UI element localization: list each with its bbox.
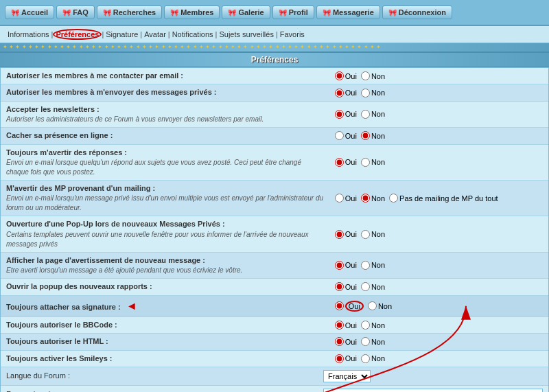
pref-smileys-option-non[interactable]: Non	[361, 354, 385, 363]
nav-item-nav-membres[interactable]: Membres	[164, 5, 220, 19]
pref-html-label: Toujours autoriser le HTML :	[1, 334, 329, 350]
pref-row-pref-signature: Toujours attacher sa signature : ◄OuiNon	[1, 295, 548, 316]
subnav-item-prfrences[interactable]: Préférences	[53, 29, 102, 40]
pref-row-pref-presence: Cacher sa présence en ligne :OuiNon	[1, 128, 548, 144]
fuseau-row: Fuseau horaire : 23:34 (UTC +01:00) Brus…	[1, 386, 548, 392]
nav-item-nav-faq[interactable]: FAQ	[56, 5, 95, 19]
pref-mailing-option-pas-de-mailing-de-mp-du-tout[interactable]: Pas de mailing de MP du tout	[389, 194, 498, 203]
pref-signature-option-non[interactable]: Non	[368, 301, 392, 310]
pref-html-option-non[interactable]: Non	[361, 337, 385, 346]
pref-presence-option-label-non: Non	[371, 132, 385, 140]
pref-row-pref-popup-rapports: Ouvrir la popup des nouveaux rapports :O…	[1, 279, 548, 295]
nav-item-nav-messagerie[interactable]: Messagerie	[316, 5, 380, 19]
fuseau-label: Fuseau horaire :	[1, 386, 318, 392]
pref-avertissement-controls[interactable]: OuiNon	[329, 252, 548, 278]
pref-smileys-option-label-oui: Oui	[345, 354, 357, 362]
pref-mp-option-non[interactable]: Non	[361, 89, 385, 97]
pref-row-pref-mp: Autoriser les membres à m'envoyer des me…	[1, 84, 548, 101]
pref-popup-mp-option-oui[interactable]: Oui	[335, 230, 357, 239]
pref-popup-mp-option-non[interactable]: Non	[361, 230, 385, 239]
pref-signature-label: Toujours attacher sa signature : ◄	[1, 295, 329, 316]
fuseau-controls[interactable]: 23:34 (UTC +01:00) Brussels, Oslo, Paris…	[318, 386, 548, 392]
pref-smileys-option-oui[interactable]: Oui	[335, 354, 357, 363]
pref-avertir-reponses-option-oui[interactable]: Oui	[335, 158, 357, 167]
pref-newsletter-controls[interactable]: OuiNon	[329, 101, 548, 127]
pref-mailing-option-oui[interactable]: Oui	[335, 194, 357, 203]
pref-avertir-reponses-option-label-oui: Oui	[345, 158, 357, 166]
pref-popup-rapports-option-oui[interactable]: Oui	[335, 282, 357, 291]
pref-newsletter-option-oui[interactable]: Oui	[335, 110, 357, 119]
pref-html-option-oui[interactable]: Oui	[335, 337, 357, 346]
pref-mp-controls[interactable]: OuiNon	[329, 84, 548, 101]
langue-select[interactable]: Français	[323, 370, 371, 382]
subnav-item-avatar[interactable]: Avatar	[142, 30, 168, 39]
nav-item-nav-galerie[interactable]: Galerie	[222, 5, 270, 19]
pref-popup-rapports-controls[interactable]: OuiNon	[329, 279, 548, 295]
pref-newsletter-option-non[interactable]: Non	[361, 110, 385, 119]
pref-presence-option-label-oui: Oui	[345, 132, 357, 140]
pref-signature-option-oui[interactable]: Oui	[335, 301, 364, 312]
pref-row-pref-newsletter: Accepter les newsletters :Autoriser les …	[1, 101, 548, 127]
pref-row-pref-avertir-reponses: Toujours m'avertir des réponses :Envoi u…	[1, 144, 548, 180]
pref-popup-mp-option-label-oui: Oui	[345, 230, 357, 238]
pref-mailing-option-non[interactable]: Non	[361, 194, 385, 203]
pref-popup-rapports-option-label-non: Non	[371, 283, 385, 291]
pref-row-pref-html: Toujours autoriser le HTML :OuiNon	[1, 334, 548, 350]
subnav-item-signature[interactable]: Signature	[104, 30, 140, 39]
subnav-item-informations[interactable]: Informations	[5, 30, 51, 39]
pref-contact-email-option-oui[interactable]: Oui	[335, 71, 357, 80]
section-title: Préférences	[0, 51, 549, 67]
pref-bbcode-label: Toujours autoriser le BBCode :	[1, 316, 329, 333]
pref-popup-mp-controls[interactable]: OuiNon	[329, 216, 548, 252]
pref-mailing-controls[interactable]: OuiNonPas de mailing de MP du tout	[329, 180, 548, 216]
pref-html-option-label-oui: Oui	[345, 338, 357, 346]
pref-popup-mp-option-label-non: Non	[371, 230, 385, 238]
pref-avertissement-option-non[interactable]: Non	[361, 261, 385, 270]
pref-mp-option-label-non: Non	[371, 89, 385, 97]
langue-controls[interactable]: Français	[318, 367, 548, 386]
nav-item-nav-accueil[interactable]: Accueil	[5, 5, 54, 19]
pref-avertir-reponses-option-label-non: Non	[371, 158, 385, 166]
pref-avertir-reponses-option-non[interactable]: Non	[361, 158, 385, 167]
subnav-item-sujetssurveills[interactable]: Sujets surveillés	[217, 30, 275, 39]
pref-bbcode-controls[interactable]: OuiNon	[329, 316, 548, 333]
pref-newsletter-option-label-oui: Oui	[345, 110, 357, 118]
pref-popup-rapports-option-non[interactable]: Non	[361, 282, 385, 291]
pref-popup-mp-label: Ouverture d'une Pop-Up lors de nouveaux …	[1, 216, 329, 252]
pref-row-pref-popup-mp: Ouverture d'une Pop-Up lors de nouveaux …	[1, 216, 548, 252]
pref-row-pref-contact-email: Autoriser les membres à me contacter par…	[1, 68, 548, 84]
pref-contact-email-controls[interactable]: OuiNon	[329, 68, 548, 84]
pref-bbcode-option-oui[interactable]: Oui	[335, 321, 357, 330]
pref-html-controls[interactable]: OuiNon	[329, 334, 548, 350]
sub-nav: Informations | Préférences | Signature |…	[0, 26, 549, 43]
nav-item-nav-profil[interactable]: Profil	[272, 5, 314, 19]
nav-item-nav-recherches[interactable]: Recherches	[97, 5, 162, 19]
pref-presence-controls[interactable]: OuiNon	[329, 128, 548, 144]
pref-popup-rapports-label: Ouvrir la popup des nouveaux rapports :	[1, 279, 329, 295]
pref-contact-email-option-label-non: Non	[371, 72, 385, 80]
pref-presence-label: Cacher sa présence en ligne :	[1, 128, 329, 144]
pref-presence-option-non[interactable]: Non	[361, 131, 385, 140]
pref-avertir-reponses-label: Toujours m'avertir des réponses :Envoi u…	[1, 144, 329, 180]
fuseau-select[interactable]: 23:34 (UTC +01:00) Brussels, Oslo, Paris…	[323, 389, 543, 392]
nav-item-nav-deconnexion[interactable]: Déconnexion	[382, 5, 452, 19]
subnav-item-favoris[interactable]: Favoris	[278, 30, 307, 39]
pref-bbcode-option-non[interactable]: Non	[361, 321, 385, 330]
langue-label: Langue du Forum :	[1, 367, 318, 386]
pref-contact-email-option-non[interactable]: Non	[361, 71, 385, 80]
pref-mp-label: Autoriser les membres à m'envoyer des me…	[1, 84, 329, 101]
pref-smileys-controls[interactable]: OuiNon	[329, 350, 548, 367]
pref-mailing-option-label-non: Non	[371, 194, 385, 203]
pref-avertir-reponses-controls[interactable]: OuiNon	[329, 144, 548, 180]
pref-avertissement-option-oui[interactable]: Oui	[335, 261, 357, 270]
pref-signature-option-label-oui: Oui	[345, 301, 364, 312]
subnav-item-notifications[interactable]: Notifications	[170, 30, 215, 39]
pref-presence-option-oui[interactable]: Oui	[335, 131, 357, 140]
pref-mp-option-label-oui: Oui	[345, 89, 357, 97]
pref-contact-email-option-label-oui: Oui	[345, 72, 357, 80]
pref-row-pref-bbcode: Toujours autoriser le BBCode :OuiNon	[1, 316, 548, 333]
pref-signature-controls[interactable]: OuiNon	[329, 295, 548, 316]
pref-bbcode-option-label-non: Non	[371, 321, 385, 330]
pref-mp-option-oui[interactable]: Oui	[335, 89, 357, 97]
pref-mailing-option-label-pas-de-mailing-de-mp-du-tout: Pas de mailing de MP du tout	[399, 194, 498, 203]
